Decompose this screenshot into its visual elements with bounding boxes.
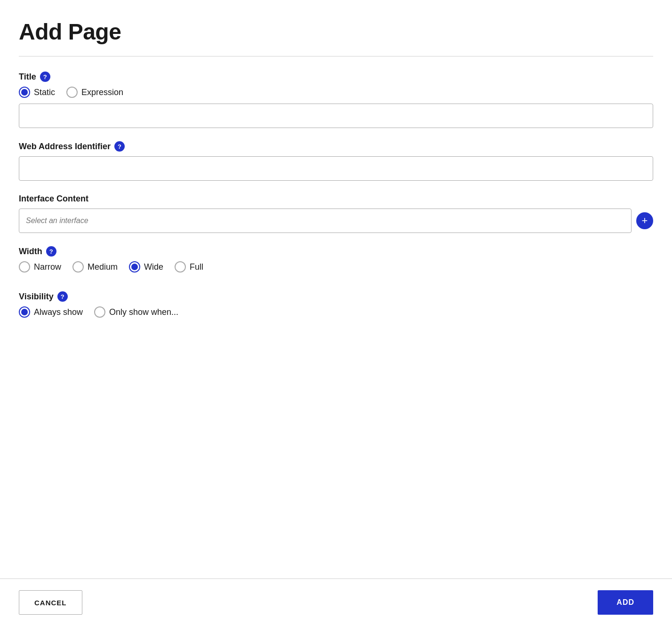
visibility-help-icon[interactable]: ? — [57, 291, 68, 302]
title-expression-option[interactable]: Expression — [66, 87, 123, 98]
width-radio-group: Narrow Medium Wide Full — [19, 261, 653, 273]
web-address-input[interactable] — [19, 156, 653, 181]
width-wide-option[interactable]: Wide — [129, 261, 163, 273]
interface-content-row: + — [19, 209, 653, 233]
title-label-text: Title — [19, 72, 36, 82]
width-medium-option[interactable]: Medium — [72, 261, 118, 273]
width-narrow-option[interactable]: Narrow — [19, 261, 61, 273]
title-help-icon[interactable]: ? — [40, 72, 50, 82]
interface-content-label: Interface Content — [19, 194, 653, 204]
title-input[interactable] — [19, 104, 653, 128]
visibility-radio-group: Always show Only show when... — [19, 306, 653, 318]
web-address-help-icon[interactable]: ? — [114, 141, 125, 152]
title-radio-group: Static Expression — [19, 87, 653, 98]
interface-content-section: Interface Content + — [19, 194, 653, 233]
width-wide-radio[interactable] — [129, 261, 140, 273]
title-expression-radio[interactable] — [66, 87, 78, 98]
visibility-always-label: Always show — [34, 307, 83, 317]
visibility-field-label: Visibility ? — [19, 291, 653, 302]
footer: CANCEL ADD — [0, 578, 672, 626]
visibility-conditional-option[interactable]: Only show when... — [94, 306, 178, 318]
width-wide-label: Wide — [144, 262, 163, 272]
interface-content-label-text: Interface Content — [19, 194, 88, 204]
title-static-option[interactable]: Static — [19, 87, 55, 98]
width-section: Width ? Narrow Medium Wide Full — [19, 246, 653, 278]
width-field-label: Width ? — [19, 246, 653, 257]
page-title: Add Page — [19, 19, 653, 45]
interface-add-button[interactable]: + — [636, 212, 653, 229]
title-static-radio[interactable] — [19, 87, 30, 98]
width-help-icon[interactable]: ? — [46, 246, 56, 257]
width-narrow-label: Narrow — [34, 262, 61, 272]
visibility-section: Visibility ? Always show Only show when.… — [19, 291, 653, 323]
web-address-section: Web Address Identifier ? — [19, 141, 653, 181]
add-button[interactable]: ADD — [598, 590, 653, 615]
title-static-label: Static — [34, 88, 55, 97]
width-full-option[interactable]: Full — [175, 261, 203, 273]
title-section: Title ? Static Expression — [19, 72, 653, 128]
title-divider — [19, 56, 653, 56]
width-narrow-radio[interactable] — [19, 261, 30, 273]
visibility-label-text: Visibility — [19, 292, 54, 302]
visibility-conditional-radio[interactable] — [94, 306, 105, 318]
visibility-always-option[interactable]: Always show — [19, 306, 83, 318]
visibility-conditional-label: Only show when... — [109, 307, 178, 317]
cancel-button[interactable]: CANCEL — [19, 590, 82, 615]
title-expression-label: Expression — [81, 88, 123, 97]
width-label-text: Width — [19, 247, 42, 257]
visibility-always-radio[interactable] — [19, 306, 30, 318]
width-full-label: Full — [190, 262, 203, 272]
web-address-label-text: Web Address Identifier — [19, 142, 111, 152]
width-medium-label: Medium — [88, 262, 118, 272]
width-full-radio[interactable] — [175, 261, 186, 273]
title-field-label: Title ? — [19, 72, 653, 82]
web-address-field-label: Web Address Identifier ? — [19, 141, 653, 152]
interface-content-input[interactable] — [19, 209, 632, 233]
width-medium-radio[interactable] — [72, 261, 84, 273]
interface-add-icon: + — [642, 216, 648, 226]
